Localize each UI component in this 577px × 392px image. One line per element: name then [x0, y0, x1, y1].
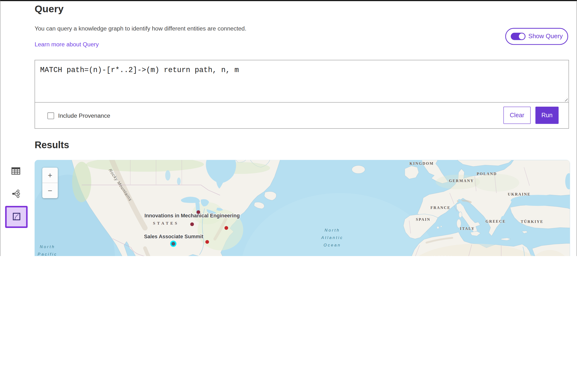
- show-query-label: Show Query: [528, 33, 563, 40]
- toggle-knob: [519, 33, 525, 39]
- query-panel: MATCH path=(n)-[r*..2]->(m) return path,…: [35, 60, 569, 129]
- link-chart-view-button[interactable]: [8, 186, 24, 202]
- table-view-button[interactable]: [8, 163, 24, 179]
- map-point[interactable]: [224, 226, 228, 230]
- results-title: Results: [35, 139, 69, 151]
- show-query-toggle[interactable]: Show Query: [505, 28, 568, 45]
- link-chart-icon: [11, 189, 20, 199]
- entity-label[interactable]: Innovations in Mechanical Engineering: [144, 213, 240, 218]
- include-provenance-option[interactable]: Include Provenance: [47, 102, 110, 129]
- query-panel-footer: Include Provenance Clear Run: [35, 102, 568, 129]
- basemap: [35, 160, 570, 256]
- map-view-button[interactable]: [5, 206, 27, 228]
- toggle-switch-icon[interactable]: [511, 33, 525, 40]
- app-window: Query You can query a knowledge graph to…: [0, 0, 577, 256]
- resize-handle-icon[interactable]: [563, 97, 568, 102]
- map-view[interactable]: KINGDOMPOLANDGERMANYUKRAINEFRANCEITALYSP…: [35, 160, 570, 256]
- zoom-out-button[interactable]: −: [42, 183, 58, 198]
- page-description: You can query a knowledge graph to ident…: [35, 26, 247, 32]
- clear-button[interactable]: Clear: [504, 107, 531, 124]
- zoom-control: + −: [42, 168, 58, 198]
- page-title: Query: [35, 3, 64, 15]
- map-point[interactable]: [190, 222, 194, 226]
- learn-more-link[interactable]: Learn more about Query: [35, 41, 99, 48]
- entity-label[interactable]: Sales Associate Summit: [144, 233, 203, 239]
- query-text: MATCH path=(n)-[r*..2]->(m) return path,…: [40, 66, 239, 74]
- query-input[interactable]: MATCH path=(n)-[r*..2]->(m) return path,…: [35, 60, 568, 102]
- map-point[interactable]: [196, 210, 200, 214]
- map-point-selected[interactable]: [171, 242, 175, 245]
- include-provenance-checkbox[interactable]: [47, 112, 54, 119]
- table-icon: [11, 167, 20, 176]
- run-button[interactable]: Run: [535, 107, 558, 124]
- zoom-in-button[interactable]: +: [42, 168, 58, 183]
- map-point[interactable]: [205, 240, 209, 244]
- map-icon: [12, 212, 20, 222]
- include-provenance-label: Include Provenance: [58, 112, 110, 119]
